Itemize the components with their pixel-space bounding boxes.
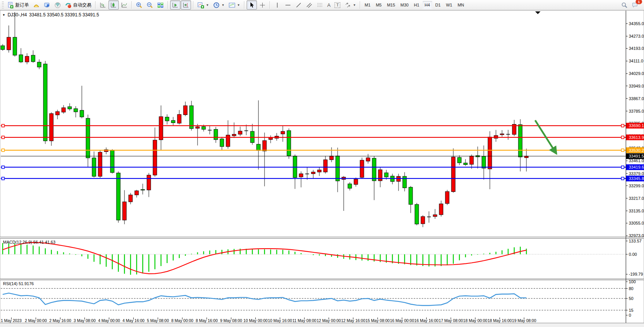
zoom-in-icon (136, 2, 142, 8)
timeframe-button-W1[interactable]: W1 (444, 1, 455, 9)
crosshair-button[interactable] (257, 0, 268, 10)
tile-windows-button[interactable] (155, 0, 166, 10)
svg-text:1 May 2023: 1 May 2023 (1, 318, 22, 323)
new-order-button[interactable]: 新订单 (5, 0, 31, 10)
crosshair-icon (259, 2, 266, 8)
svg-text:2 May 16:00: 2 May 16:00 (49, 318, 71, 323)
indicators-icon (198, 2, 204, 8)
svg-text:33345.8: 33345.8 (629, 176, 644, 181)
svg-text:33217.0: 33217.0 (629, 196, 644, 201)
vertical-line-icon (274, 2, 281, 8)
svg-text:16 May 00:00: 16 May 00:00 (390, 318, 414, 323)
svg-text:8 May 16:00: 8 May 16:00 (196, 318, 218, 323)
svg-text:33867.0: 33867.0 (629, 96, 644, 101)
auto-scroll-icon (172, 2, 179, 8)
svg-text:33949.0: 33949.0 (629, 84, 644, 88)
svg-text:33379.0: 33379.0 (629, 171, 644, 176)
chart-window[interactable]: 34355.034273.034193.034111.034029.033949… (0, 10, 644, 327)
rsi-indicator-label: RSI(14) 51.9176 (3, 281, 34, 286)
cursor-icon (249, 2, 255, 8)
new-order-label: 新订单 (15, 2, 29, 8)
zoom-in-button[interactable] (134, 0, 144, 10)
mt4-window: 新订单 (0, 0, 644, 327)
line-chart-button[interactable] (119, 0, 129, 10)
periods-button[interactable]: ▼ (211, 0, 226, 10)
svg-text:33530.2: 33530.2 (629, 148, 644, 153)
candlestick-chart-button[interactable] (108, 0, 119, 10)
svg-text:3 May 08:00: 3 May 08:00 (74, 318, 96, 323)
chart-header[interactable]: ▼ DJ30-,H4 33481.5 33540.5 33391.5 33491… (2, 12, 99, 18)
timeframe-button-M15[interactable]: M15 (385, 1, 397, 9)
svg-text:2 May 00:00: 2 May 00:00 (25, 318, 47, 323)
text-label-button[interactable]: T (333, 0, 342, 10)
toolbar-separator (360, 1, 360, 9)
fibonacci-button[interactable] (315, 0, 325, 10)
timeframe-button-H1[interactable]: H1 (411, 1, 421, 9)
timeframe-button-H4[interactable]: H4 (422, 1, 432, 9)
price-chart-canvas[interactable]: 34355.034273.034193.034111.034029.033949… (0, 10, 644, 327)
search-button[interactable] (619, 0, 630, 10)
svg-text:33135.0: 33135.0 (629, 209, 644, 213)
auto-trading-button[interactable]: 自动交易 (63, 0, 93, 10)
svg-text:5 May 08:00: 5 May 08:00 (147, 318, 169, 323)
svg-text:33299.0: 33299.0 (629, 183, 644, 188)
news-signal-button[interactable] (53, 0, 63, 10)
horizontal-line-button[interactable] (283, 0, 293, 10)
chart-shift-button[interactable] (181, 0, 191, 10)
timeframe-button-M30[interactable]: M30 (398, 1, 411, 9)
zoom-out-icon (147, 2, 153, 8)
gold-icon (33, 2, 40, 8)
svg-text:34111.0: 34111.0 (629, 59, 643, 63)
terminal-icon (44, 2, 50, 8)
timeframe-button-MN[interactable]: MN (455, 1, 466, 9)
market-watch-button[interactable] (31, 0, 41, 10)
timeframe-group: M1M5M15M30H1H4D1W1MN (362, 1, 466, 9)
trendline-button[interactable] (293, 0, 304, 10)
indicators-button[interactable]: ▼ (196, 0, 211, 10)
chart-shift-icon (183, 2, 189, 8)
timeframe-button-D1[interactable]: D1 (433, 1, 443, 9)
one-click-trading-arrow-icon[interactable]: ▼ (2, 13, 5, 17)
text-tool-button[interactable]: A (325, 0, 333, 10)
toolbar-separator (167, 1, 168, 9)
terminal-button[interactable] (42, 0, 52, 10)
svg-text:15 May 08:00: 15 May 08:00 (365, 318, 390, 323)
new-order-icon (7, 2, 14, 8)
zoom-out-button[interactable] (145, 0, 155, 10)
svg-text:33785.0: 33785.0 (629, 109, 644, 113)
toolbar-separator (193, 1, 194, 9)
svg-text:15: 15 (629, 308, 633, 313)
cursor-button[interactable] (247, 0, 257, 10)
dropdown-arrow-icon: ▼ (222, 3, 225, 7)
svg-text:80: 80 (629, 286, 633, 291)
auto-trading-icon (65, 2, 72, 8)
bar-chart-button[interactable] (98, 0, 108, 10)
clock-icon (213, 2, 220, 8)
chart-ohlc-label: 33481.5 33540.5 33391.5 33491.5 (29, 12, 99, 18)
arrows-tool-button[interactable]: ▼ (343, 0, 358, 10)
svg-text:11 May 08:00: 11 May 08:00 (292, 318, 316, 323)
timeframe-button-M1[interactable]: M1 (362, 1, 373, 9)
notifications-button[interactable]: 1 (630, 0, 640, 10)
svg-text:33461.0: 33461.0 (629, 158, 644, 163)
text-tool-icon: A (327, 2, 331, 8)
auto-scroll-button[interactable] (170, 0, 180, 10)
toolbar-separator (131, 1, 132, 9)
vertical-line-button[interactable] (272, 0, 282, 10)
svg-text:8 May 00:00: 8 May 00:00 (171, 318, 193, 323)
fibonacci-icon (317, 2, 323, 8)
svg-text:18 May 00:00: 18 May 00:00 (463, 318, 488, 323)
tile-windows-icon (157, 2, 164, 8)
svg-text:12 May 00:00: 12 May 00:00 (317, 318, 341, 323)
trendline-icon (295, 2, 302, 8)
svg-text:4 May 16:00: 4 May 16:00 (123, 318, 145, 323)
svg-text:9 May 08:00: 9 May 08:00 (220, 318, 242, 323)
toolbar-grip[interactable] (2, 2, 4, 8)
template-icon (229, 2, 235, 8)
timeframe-button-M5[interactable]: M5 (373, 1, 384, 9)
svg-text:100: 100 (629, 279, 636, 284)
toolbar-separator (244, 1, 245, 9)
dropdown-arrow-icon: ▼ (237, 3, 240, 7)
equidistant-channel-button[interactable] (304, 0, 314, 10)
templates-button[interactable]: ▼ (227, 0, 242, 10)
